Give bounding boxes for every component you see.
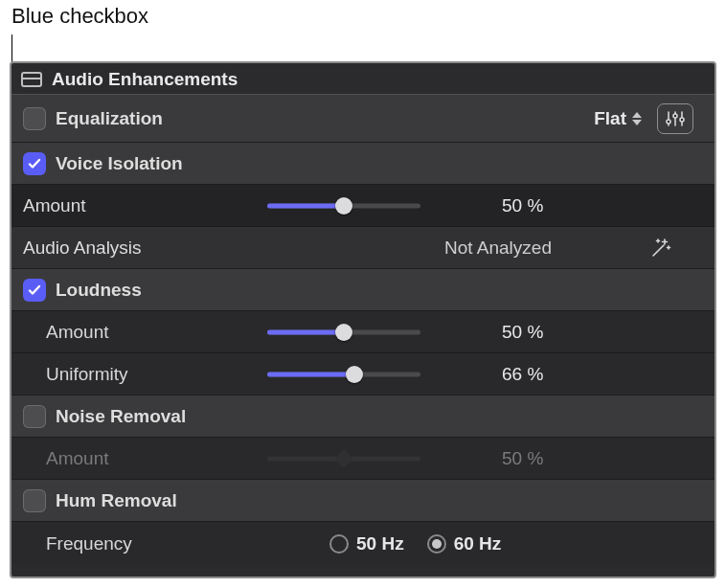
callout-label: Blue checkbox	[11, 4, 148, 29]
frequency-50hz-option[interactable]: 50 Hz	[329, 533, 404, 554]
equalization-preset-popup[interactable]: Flat	[594, 108, 646, 129]
hum-removal-row: Hum Removal	[11, 479, 715, 521]
frequency-50hz-label: 50 Hz	[356, 533, 404, 554]
audio-analysis-status: Not Analyzed	[444, 237, 552, 259]
equalization-label: Equalization	[56, 108, 163, 129]
noise-removal-label: Noise Removal	[56, 406, 186, 427]
loudness-uniformity-row: Uniformity 66 %	[11, 352, 715, 395]
loudness-amount-row: Amount 50 %	[11, 310, 715, 352]
hum-removal-label: Hum Removal	[56, 490, 177, 511]
loudness-uniformity-slider[interactable]	[267, 363, 420, 386]
voice-isolation-amount-value[interactable]: 50 %	[502, 195, 543, 216]
loudness-row: Loudness	[11, 268, 715, 310]
svg-line-6	[653, 245, 664, 256]
voice-isolation-checkbox[interactable]	[23, 152, 46, 175]
voice-isolation-label: Voice Isolation	[56, 153, 183, 174]
equalization-preset-value: Flat	[594, 108, 626, 129]
noise-removal-row: Noise Removal	[11, 395, 715, 437]
voice-isolation-amount-row: Amount 50 %	[11, 184, 715, 226]
noise-removal-checkbox[interactable]	[23, 405, 46, 428]
radio-selected-icon	[427, 534, 446, 554]
noise-removal-amount-row: Amount 50 %	[11, 437, 715, 479]
equalizer-sliders-icon	[665, 110, 686, 127]
loudness-uniformity-value[interactable]: 66 %	[502, 364, 543, 385]
voice-isolation-amount-slider[interactable]	[267, 194, 420, 217]
panel-title-row: Audio Enhancements	[11, 63, 715, 94]
hum-removal-frequency-row: Frequency 50 Hz 60 Hz	[11, 521, 715, 565]
hum-removal-checkbox[interactable]	[23, 489, 46, 512]
magic-wand-icon	[647, 237, 672, 260]
frequency-60hz-label: 60 Hz	[454, 533, 502, 554]
loudness-label: Loudness	[56, 280, 142, 301]
equalization-row: Equalization Flat	[11, 94, 715, 142]
checkmark-icon	[27, 156, 42, 171]
voice-isolation-row: Voice Isolation	[11, 142, 715, 184]
inspector-panel-icon	[21, 72, 42, 87]
voice-isolation-amount-label: Amount	[23, 195, 85, 216]
loudness-uniformity-label: Uniformity	[46, 364, 128, 385]
audio-analysis-row: Audio Analysis Not Analyzed	[11, 226, 715, 268]
noise-removal-amount-label: Amount	[46, 448, 108, 469]
loudness-amount-slider[interactable]	[267, 321, 420, 344]
equalization-checkbox[interactable]	[23, 107, 46, 130]
panel-title: Audio Enhancements	[52, 69, 238, 90]
audio-analysis-label: Audio Analysis	[23, 237, 142, 259]
frequency-radio-group: 50 Hz 60 Hz	[329, 533, 501, 554]
noise-removal-amount-value: 50 %	[502, 448, 543, 469]
analyze-button[interactable]	[641, 233, 679, 263]
equalizer-editor-button[interactable]	[657, 103, 693, 134]
noise-removal-amount-slider	[267, 447, 420, 470]
frequency-60hz-option[interactable]: 60 Hz	[427, 533, 502, 554]
loudness-checkbox[interactable]	[23, 279, 46, 302]
checkmark-icon	[27, 283, 42, 298]
radio-icon	[329, 534, 349, 554]
stepper-icon	[632, 112, 642, 125]
loudness-amount-label: Amount	[46, 322, 108, 343]
hum-removal-frequency-label: Frequency	[46, 533, 132, 554]
svg-point-1	[667, 120, 670, 124]
svg-point-3	[673, 114, 677, 118]
loudness-amount-value[interactable]: 50 %	[502, 322, 543, 343]
svg-point-5	[680, 118, 684, 122]
audio-enhancements-panel: Audio Enhancements Equalization Flat	[10, 61, 716, 578]
